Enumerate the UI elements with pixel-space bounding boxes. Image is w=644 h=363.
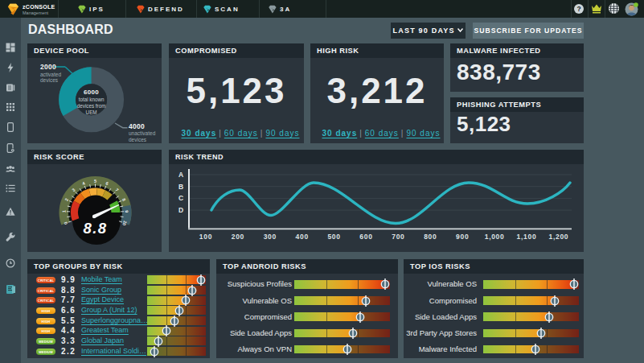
svg-text:5: 5 [94,179,96,184]
svg-text:9: 9 [124,210,129,212]
svg-text:6000: 6000 [84,89,99,96]
svg-text:800: 800 [424,233,437,241]
svg-text:D: D [178,206,183,214]
svg-text:500: 500 [327,233,340,241]
svg-text:1,200: 1,200 [549,233,569,241]
svg-text:900: 900 [456,233,469,241]
svg-text:B: B [178,183,183,191]
svg-text:1: 1 [61,210,66,212]
svg-text:total known: total known [79,97,105,102]
svg-text:devices: devices [40,77,59,83]
svg-text:4000: 4000 [129,122,145,130]
svg-text:devices from: devices from [77,103,106,109]
svg-text:1,000: 1,000 [485,233,505,241]
svg-text:unactivated: unactivated [129,130,156,136]
svg-text:700: 700 [392,233,404,241]
svg-text:200: 200 [232,233,244,241]
svg-text:1,100: 1,100 [517,233,537,241]
svg-text:300: 300 [264,233,277,241]
svg-text:C: C [178,194,183,202]
svg-text:2000: 2000 [40,63,56,71]
svg-text:100: 100 [199,233,212,241]
svg-text:A: A [178,171,183,179]
svg-text:400: 400 [296,233,309,241]
svg-text:devices: devices [129,137,147,142]
svg-text:activated: activated [40,72,61,77]
svg-text:UEM: UEM [86,109,97,115]
svg-text:8.8: 8.8 [83,220,107,237]
svg-text:600: 600 [359,233,372,241]
